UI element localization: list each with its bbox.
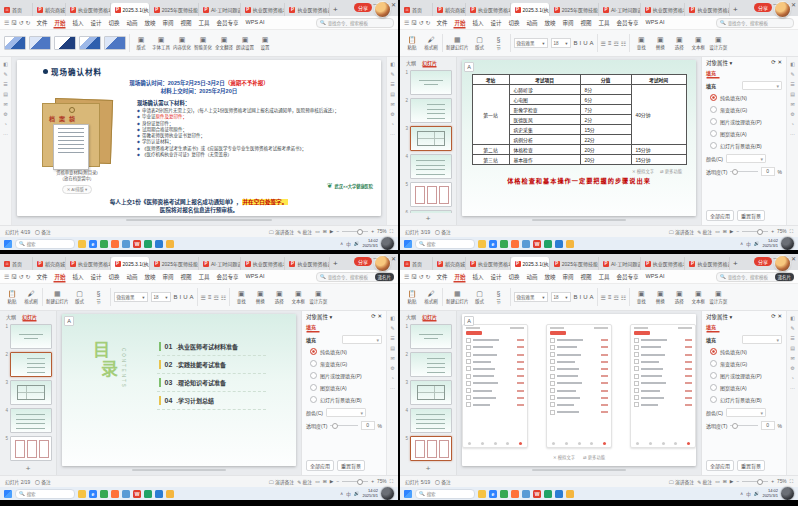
- font-name-select[interactable]: 微软雅黑▾: [114, 292, 148, 302]
- taskbar-icon-docs-app[interactable]: [155, 490, 163, 498]
- share-button[interactable]: 分享: [754, 257, 772, 266]
- windows-start-button[interactable]: [404, 240, 412, 248]
- slide-template-thumbnail[interactable]: [29, 36, 51, 50]
- select-button[interactable]: ▣选择: [671, 36, 687, 50]
- fill-tab[interactable]: 填充: [706, 323, 720, 331]
- document-tab[interactable]: P执业医师资格讲解: [285, 3, 330, 16]
- taskbar-clock[interactable]: 14:022025/3/1: [362, 489, 378, 498]
- zoom-percent[interactable]: 75%: [377, 479, 387, 484]
- taskbar-icon-edge-browser[interactable]: e: [89, 240, 97, 248]
- rail-icon-3[interactable]: ▤: [390, 345, 395, 351]
- rail-icon-7[interactable]: ⋯: [390, 385, 395, 391]
- select-button[interactable]: ▣选择: [271, 290, 287, 304]
- taskbar-icon-edge-browser[interactable]: e: [489, 240, 497, 248]
- menu-item-11[interactable]: WPS AI: [645, 19, 666, 27]
- slide-template-thumbnail[interactable]: [54, 36, 76, 50]
- document-tab[interactable]: PAI·工时问题讲解: [199, 3, 241, 16]
- menu-item-11[interactable]: WPS AI: [245, 19, 266, 27]
- menu-item-5[interactable]: 动画: [126, 19, 139, 27]
- menu-item-10[interactable]: 会员专享: [216, 273, 240, 281]
- slide-thumbnail[interactable]: 5: [403, 182, 453, 207]
- rail-icon-5[interactable]: ⚙: [390, 111, 394, 117]
- close-icon[interactable]: ✕: [791, 255, 796, 262]
- fill-radio-4[interactable]: 幻灯片背景填充(B): [710, 396, 782, 403]
- document-tab[interactable]: P执业医师资格考试: [241, 3, 286, 16]
- document-tab[interactable]: P执业医师资格讲解: [685, 257, 730, 270]
- menu-item-4[interactable]: 切换: [108, 19, 121, 27]
- taskbar-icon-wechat-app[interactable]: [544, 490, 552, 498]
- text-tool-float[interactable]: A: [464, 62, 474, 72]
- rail-icon-6[interactable]: ◔: [391, 375, 394, 381]
- fill-radio-0[interactable]: 纯色填充(N): [310, 348, 382, 355]
- document-tab[interactable]: ⌂首页: [0, 3, 33, 16]
- align-icon-0[interactable]: ☰: [601, 40, 606, 47]
- menu-item-9[interactable]: 工具: [198, 273, 211, 281]
- menu-item-7[interactable]: 审阅: [162, 273, 175, 281]
- panel-title[interactable]: 对象属性 ▾: [706, 59, 732, 67]
- rail-icon-0[interactable]: ◧: [390, 315, 395, 321]
- document-tab[interactable]: P2025.3.1(执业): [111, 257, 150, 270]
- replace-button[interactable]: ▣替换: [652, 36, 668, 50]
- bold-button[interactable]: B: [574, 40, 578, 46]
- fill-radio-1[interactable]: 渐变填充(G): [710, 360, 782, 367]
- zoom-in-button[interactable]: +: [771, 229, 774, 234]
- find-button[interactable]: ▣查找: [233, 290, 249, 304]
- replace-button[interactable]: ▣替换: [252, 290, 268, 304]
- zoom-slider[interactable]: [742, 231, 768, 232]
- rail-icon-2[interactable]: ☰: [390, 81, 394, 87]
- rail-icon-0[interactable]: ◧: [3, 61, 8, 67]
- rail-icon-6[interactable]: ◔: [4, 121, 7, 127]
- rail-icon-3[interactable]: ▤: [390, 91, 395, 97]
- add-slide-button[interactable]: +: [0, 463, 56, 475]
- taskbar-icon-edge-browser[interactable]: e: [489, 490, 497, 498]
- opacity-value[interactable]: 0: [361, 421, 375, 430]
- fill-tab[interactable]: 填充: [706, 69, 720, 77]
- slide-thumbnail[interactable]: 4: [3, 408, 53, 433]
- rail-icon-4[interactable]: ✉: [390, 355, 394, 361]
- taskbar-icon-file-explorer[interactable]: [78, 240, 86, 248]
- zoom-slider[interactable]: [342, 481, 368, 482]
- rail-icon-6[interactable]: ◔: [391, 121, 394, 127]
- fill-preset-dropdown[interactable]: ▾: [742, 81, 782, 90]
- italic-button[interactable]: I: [180, 294, 182, 300]
- menu-item-1[interactable]: 开始: [453, 273, 466, 281]
- document-tab[interactable]: P执业医师资格考试: [66, 257, 111, 270]
- paste-button[interactable]: 📋粘贴: [404, 290, 420, 304]
- menu-item-6[interactable]: 放映: [144, 19, 157, 27]
- speaker-notes-button[interactable]: 🖵 演讲备注: [669, 478, 694, 485]
- slide-confirm-materials[interactable]: 现场确认材料 现场确认时间：2025年2月25日-3月2日（逾期不予补报） 材料…: [17, 60, 381, 216]
- tray-icon-2[interactable]: 🔊: [754, 241, 760, 246]
- document-tab[interactable]: P执业医师资格讲解: [685, 3, 730, 16]
- slide-thumbnail[interactable]: 5: [3, 436, 53, 461]
- close-icon[interactable]: ✕: [391, 255, 396, 262]
- taskbar-clock[interactable]: 14:022025/3/1: [362, 239, 378, 248]
- color-dropdown[interactable]: ▾: [726, 154, 766, 163]
- find-button[interactable]: ▣查找: [633, 290, 649, 304]
- zoom-in-button[interactable]: +: [371, 479, 374, 484]
- zoom-slider-knob[interactable]: [757, 479, 763, 485]
- slide-thumbnail[interactable]: 5: [403, 436, 453, 461]
- view-mode-icon-1[interactable]: ⊞: [723, 229, 727, 234]
- font-name-select[interactable]: 微软雅黑▾: [514, 38, 548, 48]
- view-mode-icon-0[interactable]: ▭: [315, 229, 320, 234]
- rail-icon-3[interactable]: ▤: [790, 91, 795, 97]
- font-size-select[interactable]: 18▾: [551, 38, 571, 48]
- fill-radio-0[interactable]: 纯色填充(N): [710, 94, 782, 101]
- view-mode-icon-2[interactable]: ▶: [730, 479, 734, 484]
- slide-thumbnail[interactable]: 4: [403, 154, 453, 179]
- gallery-tool-6[interactable]: ▣设置: [257, 36, 273, 50]
- section-button[interactable]: §节: [91, 290, 107, 304]
- taskbar-icon-chrome-browser[interactable]: [500, 490, 508, 498]
- document-tab[interactable]: P2025.3.1(执业): [511, 257, 550, 270]
- slide-template-thumbnail[interactable]: [79, 36, 101, 50]
- document-tab[interactable]: PAI·工时问题讲解: [599, 257, 641, 270]
- document-tab[interactable]: P执业医师资格考试: [466, 257, 511, 270]
- layout-button[interactable]: ▢版式: [472, 36, 488, 50]
- fill-preset-dropdown[interactable]: ▾: [342, 335, 382, 344]
- document-tab[interactable]: PAI·工时问题讲解: [199, 257, 241, 270]
- slide-canvas[interactable]: A 目 录 CONTENTS 01.执业医师考试材料准备02.实践技能考试准备0…: [57, 311, 301, 475]
- tray-icon-0[interactable]: ∧: [740, 491, 743, 496]
- align-icon-2[interactable]: ☲: [613, 294, 618, 301]
- document-tab[interactable]: P稻壳商城: [33, 3, 66, 16]
- zoom-out-button[interactable]: −: [736, 479, 739, 484]
